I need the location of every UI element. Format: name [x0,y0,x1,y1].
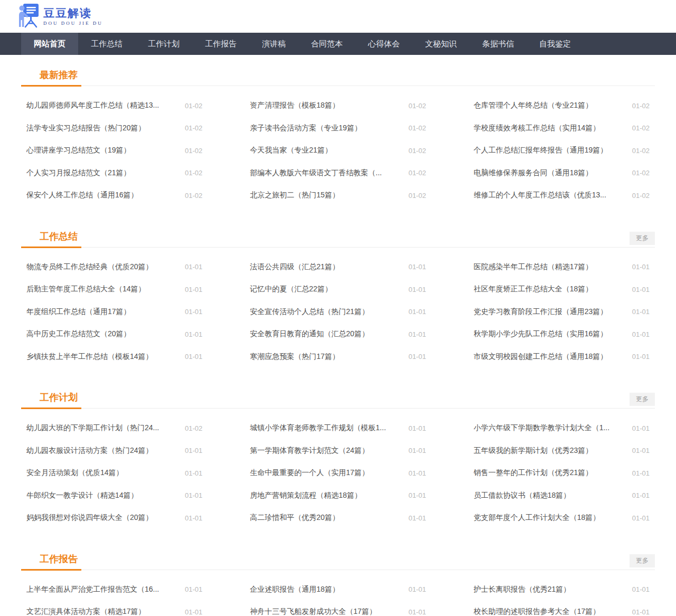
article-link[interactable]: 安全宣传活动个人总结（热门21篇） [250,307,369,317]
article-link[interactable]: 社区年度矫正工作总结大全（18篇） [474,285,593,294]
site-logo[interactable]: 豆豆解读 DOU DOU JIE DU [17,3,103,30]
article-link[interactable]: 记忆中的夏（汇总22篇） [250,285,332,294]
article-link[interactable]: 妈妈我很想对你说四年级大全（20篇） [26,513,153,523]
article-link[interactable]: 城镇小学体育老师教学工作规划（模板1... [250,423,386,433]
article-row: 个人实习月报总结范文（21篇） 01-02 [26,162,202,185]
article-date: 01-01 [408,514,426,522]
article-link[interactable]: 个人工作总结汇报年终报告（通用19篇） [474,146,608,155]
article-link[interactable]: 仓库管理个人年终总结（专业21篇） [474,101,593,110]
article-link[interactable]: 神舟十三号飞船发射成功大全（17篇） [250,607,377,616]
article-link[interactable]: 电脑维修保养服务合同（通用18篇） [474,168,593,178]
article-date: 01-01 [185,263,202,271]
nav-item[interactable]: 心得体会 [355,33,412,55]
article-row: 第一学期体育教学计划范文（24篇） 01-01 [250,440,426,462]
more-button[interactable]: 更多 [630,393,655,406]
article-row: 个人工作总结汇报年终报告（通用19篇） 01-02 [474,139,650,162]
more-button[interactable]: 更多 [630,554,655,567]
article-link[interactable]: 秋学期小学少先队工作总结（实用16篇） [474,329,608,339]
article-date: 01-01 [632,308,650,316]
article-link[interactable]: 生命中最重要的一个人（实用17篇） [250,468,369,478]
article-row: 城镇小学体育老师教学工作规划（模板1... 01-01 [250,417,426,440]
article-link[interactable]: 安全月活动策划（优质14篇） [26,468,124,478]
article-link[interactable]: 护士长离职报告（优秀21篇） [474,585,571,594]
article-link[interactable]: 小学六年级下学期数学教学计划大全（1... [474,423,609,433]
article-date: 01-01 [408,308,426,316]
article-link[interactable]: 北京之旅初二（热门15篇） [250,191,340,200]
article-link[interactable]: 高二珍惜和平（优秀20篇） [250,513,340,523]
article-link[interactable]: 安全教育日教育的通知（汇总20篇） [250,329,369,339]
section-columns: 幼儿园师德师风年度工作总结（精选13... 01-02 法学专业实习总结报告（热… [21,86,655,207]
article-date: 01-01 [632,286,650,293]
article-link[interactable]: 校长助理的述职报告参考大全（17篇） [474,607,600,616]
article-date: 01-02 [185,102,202,110]
article-link[interactable]: 房地产营销策划流程（精选18篇） [250,491,362,500]
article-link[interactable]: 物流专员终工作总结经典（优质20篇） [26,262,153,272]
nav-item[interactable]: 合同范本 [298,33,355,55]
article-link[interactable]: 个人实习月报总结范文（21篇） [26,168,131,178]
article-link[interactable]: 学校度绩效考核工作总结（实用14篇） [474,124,600,133]
section-columns: 幼儿园大班的下学期工作计划（热门24... 01-02 幼儿园衣服设计活动方案（… [21,409,655,529]
article-date: 01-01 [185,514,202,522]
nav-item[interactable]: 文秘知识 [412,33,470,55]
article-row: 法语公共四级（汇总21篇） 01-01 [250,256,426,279]
article-link[interactable]: 幼儿园大班的下学期工作计划（热门24... [26,423,159,433]
article-link[interactable]: 幼儿园衣服设计活动方案（热门24篇） [26,446,153,456]
article-link[interactable]: 市级文明校园创建工作总结（通用18篇） [474,352,608,362]
article-link[interactable]: 企业述职报告（通用18篇） [250,585,340,594]
article-link[interactable]: 党支部年度个人工作计划大全（18篇） [474,513,600,523]
article-date: 01-01 [632,514,650,522]
nav-item[interactable]: 网站首页 [21,33,78,55]
article-link[interactable]: 牛郎织女一教学设计（精选14篇） [26,491,138,500]
article-link[interactable]: 销售一整年的工作计划（优秀21篇） [474,468,593,478]
article-link[interactable]: 乡镇扶贫上半年工作总结（模板14篇） [26,352,153,362]
section-head: 最新推荐 [21,70,655,86]
nav-item[interactable]: 演讲稿 [249,33,298,55]
article-link[interactable]: 法学专业实习总结报告（热门20篇） [26,124,146,133]
article-date: 01-01 [408,491,426,499]
article-link[interactable]: 党史学习教育阶段工作汇报（通用23篇） [474,307,608,317]
article-date: 01-01 [185,447,202,454]
article-link[interactable]: 五年级我的新学期计划（优秀23篇） [474,446,593,456]
article-link[interactable]: 上半年全面从严治党工作报告范文（16... [26,585,159,594]
article-row: 神舟十三号飞船发射成功大全（17篇） 01-01 [250,601,426,616]
article-link[interactable]: 维修工的个人年度工作总结该（优质13... [474,191,606,200]
article-row: 资产清理报告（模板18篇） 01-02 [250,94,426,117]
article-row: 保安个人终工作总结（通用16篇） 01-02 [26,184,202,207]
article-date: 01-02 [408,102,426,110]
nav-item[interactable]: 工作计划 [135,33,192,55]
article-row: 高中历史工作总结范文（20篇） 01-01 [26,323,202,346]
article-row: 房地产营销策划流程（精选18篇） 01-01 [250,485,426,507]
article-date: 01-02 [408,169,426,177]
article-link[interactable]: 后勤主管年度工作总结大全（14篇） [26,285,146,294]
article-link[interactable]: 资产清理报告（模板18篇） [250,101,340,110]
article-link[interactable]: 部编本人教版六年级语文丁香结教案（... [250,168,382,178]
article-link[interactable]: 第一学期体育教学计划范文（24篇） [250,446,369,456]
more-button[interactable]: 更多 [630,232,655,245]
section: 工作报告 更多 上半年全面从严治党工作报告范文（16... 01-01 文艺汇演… [21,554,655,616]
nav-item[interactable]: 条据书信 [470,33,527,55]
section-head: 工作计划 更多 [21,392,655,409]
article-link[interactable]: 今天我当家（专业21篇） [250,146,332,155]
article-link[interactable]: 医院感染半年工作总结（精选17篇） [474,262,593,272]
article-link[interactable]: 心理讲座学习总结范文（19篇） [26,146,131,155]
article-link[interactable]: 亲子读书会活动方案（专业19篇） [250,124,362,133]
nav-item[interactable]: 工作总结 [78,33,135,55]
article-link[interactable]: 法语公共四级（汇总21篇） [250,262,340,272]
nav-item[interactable]: 工作报告 [192,33,249,55]
article-link[interactable]: 寒潮应急预案（热门17篇） [250,352,340,362]
article-link[interactable]: 员工借款协议书（精选18篇） [474,491,571,500]
article-link[interactable]: 保安个人终工作总结（通用16篇） [26,191,138,200]
article-date: 01-01 [185,608,202,616]
article-link[interactable]: 年度组织工作总结（通用17篇） [26,307,131,317]
section-title: 工作计划 [40,392,78,403]
article-link[interactable]: 文艺汇演具体活动方案（精选17篇） [26,607,146,616]
article-link[interactable]: 幼儿园师德师风年度工作总结（精选13... [26,101,159,110]
section-head: 工作总结 更多 [21,231,655,248]
article-column: 企业述职报告（通用18篇） 01-01 神舟十三号飞船发射成功大全（17篇） 0… [250,579,426,616]
header: 豆豆解读 DOU DOU JIE DU [0,0,676,33]
article-row: 护士长离职报告（优秀21篇） 01-01 [474,579,650,601]
article-row: 维修工的个人年度工作总结该（优质13... 01-02 [474,184,650,207]
nav-item[interactable]: 自我鉴定 [527,33,584,55]
article-row: 秋学期小学少先队工作总结（实用16篇） 01-01 [474,323,650,346]
article-link[interactable]: 高中历史工作总结范文（20篇） [26,329,131,339]
